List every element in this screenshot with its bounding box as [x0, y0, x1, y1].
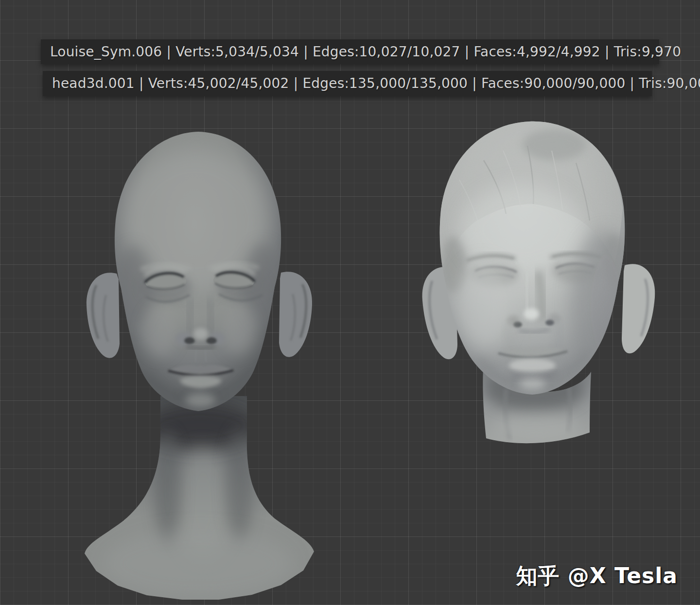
louise-face-shading — [114, 151, 282, 411]
stats-overlay-louise: Louise_Sym.006 | Verts:5,034/5,034 | Edg… — [41, 39, 659, 64]
stats-overlay-head3d-text: head3d.001 | Verts:45,002/45,002 | Edges… — [52, 75, 700, 91]
zhihu-watermark: 知乎 @X Tesla — [516, 562, 678, 590]
stats-overlay-head3d: head3d.001 | Verts:45,002/45,002 | Edges… — [43, 71, 652, 96]
louise-neck-bust — [85, 396, 314, 600]
zhihu-watermark-text: 知乎 @X Tesla — [516, 563, 678, 588]
stats-overlay-louise-text: Louise_Sym.006 | Verts:5,034/5,034 | Edg… — [50, 44, 681, 60]
viewport-canvas[interactable]: Louise_Sym.006 | Verts:5,034/5,034 | Edg… — [0, 0, 700, 605]
model-louise-sym[interactable] — [68, 124, 331, 605]
model-head3d[interactable] — [411, 117, 661, 452]
